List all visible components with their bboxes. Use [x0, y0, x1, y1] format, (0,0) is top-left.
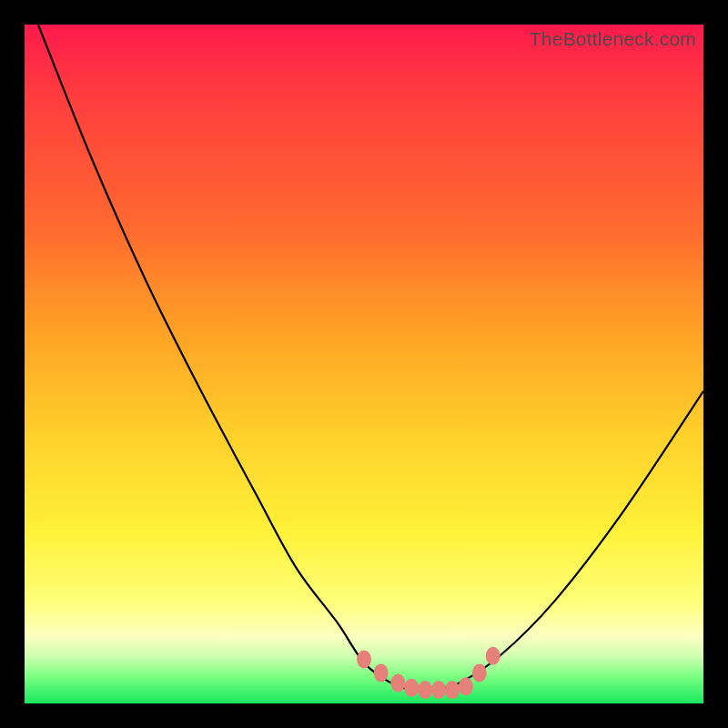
watermark-text: TheBottleneck.com	[530, 28, 696, 50]
floor-markers	[357, 647, 500, 699]
floor-marker	[390, 674, 405, 693]
bottleneck-curve	[38, 25, 703, 691]
floor-marker	[486, 647, 500, 665]
floor-marker	[445, 681, 460, 699]
floor-marker	[357, 651, 371, 669]
floor-marker	[459, 677, 473, 695]
floor-marker	[431, 681, 446, 699]
floor-marker	[418, 681, 432, 699]
floor-marker	[374, 663, 389, 682]
floor-marker	[404, 679, 419, 697]
floor-marker	[472, 663, 487, 682]
chart-svg	[25, 25, 703, 703]
chart-frame: TheBottleneck.com	[0, 0, 728, 728]
plot-area: TheBottleneck.com	[25, 25, 703, 703]
